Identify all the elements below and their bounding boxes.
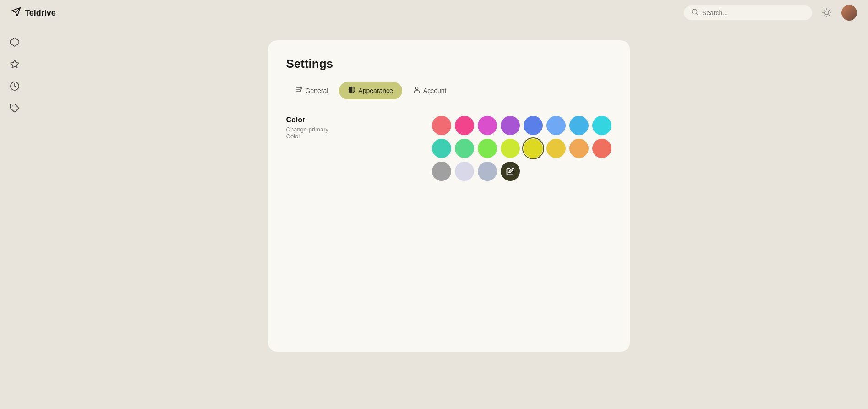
color-swatch-gray-dark[interactable] <box>432 162 451 181</box>
sidebar-item-drive[interactable] <box>5 33 24 51</box>
main-layout: Settings General <box>0 26 868 409</box>
color-swatch-magenta[interactable] <box>478 116 497 135</box>
tab-appearance-label: Appearance <box>358 87 393 94</box>
color-swatch-lime[interactable] <box>501 139 520 158</box>
color-swatch-gray-mid[interactable] <box>478 162 497 181</box>
sidebar-item-recent[interactable] <box>5 77 24 95</box>
search-bar[interactable] <box>684 5 812 20</box>
user-avatar[interactable] <box>841 5 857 21</box>
svg-line-12 <box>829 10 830 11</box>
content-area: Settings General <box>29 26 868 409</box>
sidebar-item-storage[interactable] <box>5 99 24 117</box>
settings-tabs: General Appearance <box>286 82 611 99</box>
tab-appearance[interactable]: Appearance <box>339 82 402 99</box>
color-swatch-hot-pink[interactable] <box>455 116 474 135</box>
settings-card: Settings General <box>268 40 630 352</box>
color-grid <box>432 116 611 181</box>
color-swatch-blue[interactable] <box>546 116 566 135</box>
color-section: Color Change primary Color <box>286 116 611 181</box>
tab-general[interactable]: General <box>286 82 338 99</box>
tab-general-label: General <box>306 87 328 94</box>
svg-line-7 <box>824 10 824 11</box>
color-swatch-teal[interactable] <box>432 139 451 158</box>
color-swatch-orange[interactable] <box>569 139 589 158</box>
tab-account-label: Account <box>423 87 447 94</box>
color-label: Color Change primary Color <box>286 116 340 140</box>
appearance-tab-icon <box>348 86 355 95</box>
svg-line-3 <box>696 13 698 15</box>
svg-line-11 <box>824 15 824 16</box>
color-swatch-green[interactable] <box>478 139 497 158</box>
color-swatch-mint[interactable] <box>455 139 474 158</box>
topbar: Teldrive <box>0 0 868 26</box>
svg-marker-13 <box>11 38 19 46</box>
color-swatch-custom[interactable] <box>501 162 520 181</box>
search-input[interactable] <box>702 9 805 16</box>
theme-toggle-button[interactable] <box>819 5 834 20</box>
search-icon <box>691 8 699 17</box>
svg-point-4 <box>825 11 829 15</box>
color-swatch-salmon[interactable] <box>592 139 611 158</box>
color-swatch-purple[interactable] <box>501 116 520 135</box>
topbar-left: Teldrive <box>11 7 56 19</box>
svg-marker-14 <box>11 60 19 68</box>
color-swatch-gray-light[interactable] <box>455 162 474 181</box>
color-swatch-yellow[interactable] <box>524 139 543 158</box>
color-swatch-red[interactable] <box>432 116 451 135</box>
sidebar <box>0 26 29 409</box>
color-description: Change primary Color <box>286 126 340 140</box>
tab-account[interactable]: Account <box>404 82 456 99</box>
sidebar-item-starred[interactable] <box>5 55 24 73</box>
svg-point-23 <box>415 87 418 89</box>
svg-point-21 <box>300 89 301 91</box>
topbar-right <box>684 5 857 21</box>
app-title: Teldrive <box>25 8 56 18</box>
general-tab-icon <box>295 86 303 95</box>
svg-line-8 <box>829 15 830 16</box>
color-swatch-gold[interactable] <box>546 139 566 158</box>
settings-title: Settings <box>286 57 611 71</box>
color-title: Color <box>286 116 340 124</box>
color-swatch-sky[interactable] <box>569 116 589 135</box>
color-swatch-cyan[interactable] <box>592 116 611 135</box>
account-tab-icon <box>413 86 420 95</box>
app-logo-icon <box>11 7 21 19</box>
color-swatch-blue-dark[interactable] <box>524 116 543 135</box>
